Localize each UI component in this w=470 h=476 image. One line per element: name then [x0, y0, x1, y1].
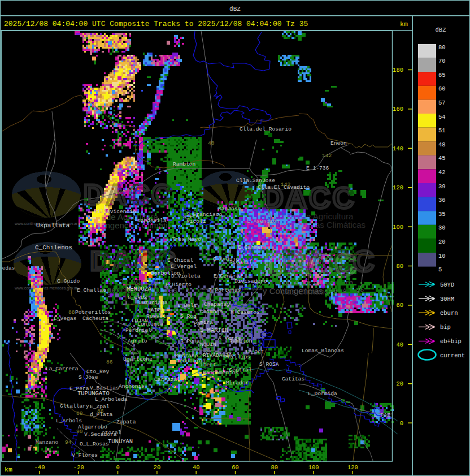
svg-text:C_Guido: C_Guido — [57, 278, 80, 284]
svg-text:L_Asunción: L_Asunción — [247, 218, 280, 224]
svg-text:Russel: Russel — [146, 313, 166, 319]
svg-text:94: 94 — [65, 439, 72, 445]
svg-text:160: 160 — [393, 106, 403, 112]
svg-text:80: 80 — [438, 44, 446, 51]
svg-text:Ramblon: Ramblon — [229, 338, 252, 344]
svg-text:0: 0 — [400, 420, 403, 427]
svg-text:88: 88 — [68, 309, 75, 315]
svg-text:S_Roq: S_Roq — [180, 313, 197, 319]
svg-text:Catitas: Catitas — [282, 376, 304, 382]
svg-text:cias Climáticas: cias Climáticas — [281, 287, 337, 296]
svg-text:Uspallata: Uspallata — [36, 222, 70, 229]
svg-text:eb+bip: eb+bip — [440, 338, 462, 345]
svg-text:T: T — [29, 444, 33, 450]
svg-text:Tres_Mayo: Tres_Mayo — [172, 236, 201, 243]
svg-text:-40: -40 — [34, 464, 45, 471]
svg-text:Chapanay: Chapanay — [204, 301, 230, 308]
svg-text:70: 70 — [438, 58, 446, 64]
svg-text:Villavicencio: Villavicencio — [94, 209, 136, 215]
svg-text:60: 60 — [396, 302, 403, 309]
svg-text:40: 40 — [193, 464, 200, 471]
svg-text:39: 39 — [438, 183, 446, 190]
svg-text:20: 20 — [438, 239, 446, 245]
svg-text:La_Carrera: La_Carrera — [46, 366, 79, 372]
svg-text:Nicoli: Nicoli — [186, 218, 206, 224]
svg-text:MENDOZA: MENDOZA — [127, 285, 152, 292]
svg-text:20: 20 — [154, 464, 161, 471]
svg-text:P_Hierro: P_Hierro — [166, 282, 192, 288]
svg-text:Chimbas: Chimbas — [200, 309, 223, 315]
svg-text:Manzano: Manzano — [36, 439, 59, 445]
svg-text:L_Arboleda: L_Arboleda — [95, 396, 128, 403]
svg-text:DACC: DACC — [264, 248, 358, 281]
svg-text:Cacheuta: Cacheuta — [82, 315, 108, 322]
svg-text:E_Vergel: E_Vergel — [171, 263, 197, 270]
svg-text:-20: -20 — [73, 464, 84, 471]
svg-text:180: 180 — [393, 67, 403, 73]
svg-text:10: 10 — [438, 253, 446, 259]
svg-text:L_Arbols: L_Arbols — [56, 418, 82, 424]
svg-text:km: km — [5, 466, 12, 473]
svg-text:89: 89 — [76, 410, 83, 417]
svg-text:60: 60 — [232, 464, 239, 471]
svg-text:E_Carmen: E_Carmen — [238, 244, 264, 250]
svg-text:Zapata: Zapata — [116, 419, 136, 425]
svg-text:50YD: 50YD — [440, 282, 454, 288]
svg-text:de Agricultura: de Agricultura — [282, 278, 334, 287]
svg-text:36: 36 — [438, 197, 446, 204]
svg-text:Eneon: Eneon — [330, 140, 347, 146]
svg-text:current: current — [440, 352, 465, 359]
svg-text:42: 42 — [438, 169, 446, 176]
svg-text:Ramblon: Ramblon — [173, 161, 195, 167]
svg-text:20: 20 — [396, 380, 403, 387]
svg-text:40: 40 — [208, 140, 215, 146]
svg-text:DACC: DACC — [84, 179, 174, 211]
svg-text:Clla.del_Rosario: Clla.del_Rosario — [240, 126, 291, 132]
svg-text:Lomas_Blancas: Lomas_Blancas — [302, 348, 344, 354]
svg-text:dBZ: dBZ — [229, 6, 241, 12]
svg-text:V_Flores: V_Flores — [72, 452, 98, 458]
svg-text:45: 45 — [438, 155, 446, 162]
svg-text:120: 120 — [393, 184, 403, 191]
svg-text:54: 54 — [438, 114, 446, 120]
svg-text:Mirador: Mirador — [226, 380, 249, 386]
svg-text:30HM: 30HM — [440, 296, 454, 302]
svg-text:Capdevila: Capdevila — [137, 218, 167, 224]
svg-text:mira: mira — [200, 319, 213, 326]
svg-text:d_Plata: d_Plata — [90, 412, 113, 418]
svg-text:Potrerillos: Potrerillos — [75, 309, 111, 315]
svg-text:Ugarteche: Ugarteche — [123, 356, 153, 362]
svg-text:E_Challao: E_Challao — [77, 287, 106, 293]
svg-text:Luzuriaga: Luzuriaga — [138, 300, 168, 306]
svg-text:D_Violeta: D_Violeta — [171, 273, 201, 279]
svg-text:dBZ: dBZ — [436, 27, 446, 33]
svg-text:T_Porteñas: T_Porteñas — [208, 287, 241, 293]
svg-text:30: 30 — [438, 224, 446, 231]
svg-text:35: 35 — [438, 211, 446, 218]
svg-text:M_Caseros: M_Caseros — [230, 309, 260, 315]
svg-text:80: 80 — [271, 464, 278, 471]
svg-text:65: 65 — [438, 72, 446, 79]
svg-text:L_PAZ: L_PAZ — [374, 412, 390, 418]
svg-text:Gltallary: Gltallary — [60, 403, 89, 409]
svg-text:Divisadero: Divisadero — [234, 278, 267, 284]
svg-text:TUNUYAN: TUNUYAN — [108, 438, 133, 445]
svg-text:eburn: eburn — [440, 310, 458, 317]
svg-text:MAIPU: MAIPU — [147, 307, 164, 313]
svg-text:80: 80 — [396, 263, 403, 270]
svg-text:Anchonis: Anchonis — [119, 383, 145, 390]
svg-text:60: 60 — [438, 85, 446, 92]
svg-text:48: 48 — [438, 141, 446, 148]
svg-text:Perdriel: Perdriel — [125, 327, 151, 334]
svg-text:Campamentos: Campamentos — [203, 370, 238, 376]
svg-text:120: 120 — [347, 464, 358, 471]
svg-text:86: 86 — [106, 359, 113, 365]
svg-text:Reduccion: Reduccion — [176, 358, 206, 364]
svg-text:2025/12/08 04:04:00 UTC Compos: 2025/12/08 04:04:00 UTC Composite Tracks… — [4, 20, 308, 28]
svg-text:140: 140 — [393, 145, 403, 152]
svg-text:bip: bip — [440, 324, 451, 331]
svg-text:km: km — [400, 20, 408, 28]
svg-text:51: 51 — [438, 127, 446, 134]
svg-text:R_Peña: R_Peña — [180, 338, 200, 344]
svg-text:Clla.SanJose: Clla.SanJose — [236, 178, 275, 184]
